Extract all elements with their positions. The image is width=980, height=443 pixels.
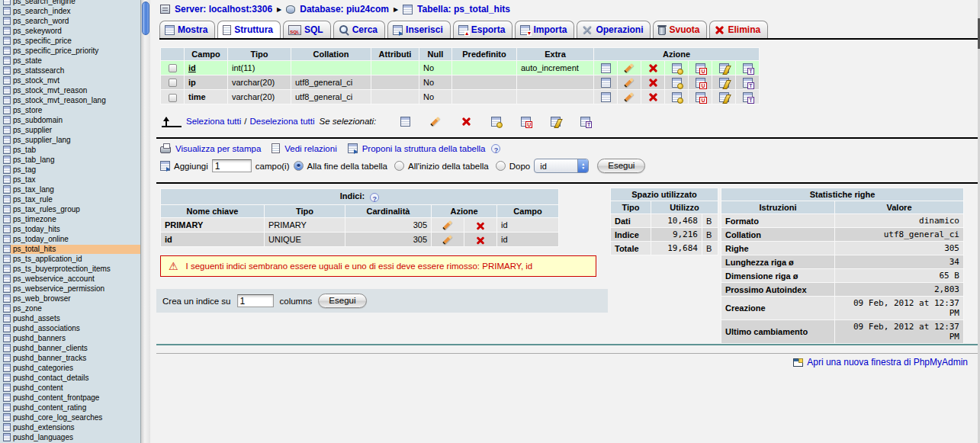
field-name[interactable]: ip xyxy=(188,78,196,87)
create-index-submit-button[interactable]: Esegui xyxy=(318,294,366,308)
row-checkbox[interactable] xyxy=(169,64,177,72)
drop-icon[interactable] xyxy=(461,117,471,127)
sidebar-item-ps_tab[interactable]: ps_tab xyxy=(0,145,140,155)
add-field-submit-button[interactable]: Esegui xyxy=(597,159,645,173)
tab-importa[interactable]: Importa xyxy=(515,21,574,38)
fulltext-icon[interactable] xyxy=(743,92,753,102)
primary-icon[interactable] xyxy=(672,92,682,102)
browse-icon[interactable] xyxy=(601,78,611,88)
sidebar-item-ps_tax_lang[interactable]: ps_tax_lang xyxy=(0,185,140,194)
unique-icon[interactable] xyxy=(696,92,705,102)
sidebar-item-ps_tag[interactable]: ps_tag xyxy=(0,165,140,175)
unique-icon[interactable] xyxy=(696,78,705,88)
sidebar-item-ps_sekeyword[interactable]: ps_sekeyword xyxy=(0,26,140,36)
sidebar-item-ps_store[interactable]: ps_store xyxy=(0,105,140,115)
tab-svuota[interactable]: Svuota xyxy=(653,21,707,38)
index-icon[interactable] xyxy=(719,92,729,102)
breadcrumb-table[interactable]: Tabella: ps_total_hits xyxy=(417,4,510,14)
radio-at-begin[interactable] xyxy=(394,161,404,171)
sidebar-item-pushd_banner_clients[interactable]: pushd_banner_clients xyxy=(0,343,140,353)
sidebar-item-pushd_banner_tracks[interactable]: pushd_banner_tracks xyxy=(0,353,140,363)
drop-icon[interactable] xyxy=(648,92,658,102)
field-name[interactable]: time xyxy=(188,92,206,101)
change-icon[interactable] xyxy=(442,234,454,245)
sidebar-item-pushd_associations[interactable]: pushd_associations xyxy=(0,323,140,333)
sidebar-item-ps_subdomain[interactable]: ps_subdomain xyxy=(0,115,140,125)
sidebar-item-ps_webservice_permission[interactable]: ps_webservice_permission xyxy=(0,284,140,294)
propose-structure-link[interactable]: Proponi la struttura della tabella xyxy=(362,144,486,153)
tab-operazioni[interactable]: Operazioni xyxy=(577,21,651,38)
change-icon[interactable] xyxy=(442,220,454,230)
sidebar-item-ps_search_index[interactable]: ps_search_index xyxy=(0,6,140,16)
browse-icon[interactable] xyxy=(601,63,611,73)
sidebar-item-pushd_languages[interactable]: pushd_languages xyxy=(0,432,140,442)
radio-after-label[interactable]: Dopo xyxy=(509,162,531,171)
browse-icon[interactable] xyxy=(601,92,611,102)
sidebar-item-ps_stock_mvt[interactable]: ps_stock_mvt xyxy=(0,75,140,85)
tab-esporta[interactable]: Esporta xyxy=(453,21,513,38)
sidebar-item-ps_ts_application_id[interactable]: ps_ts_application_id xyxy=(0,254,140,264)
sidebar-item-ps_tax[interactable]: ps_tax xyxy=(0,175,140,185)
sidebar-item-ps_search_engine[interactable]: ps_search_engine xyxy=(0,0,140,6)
print-view-link[interactable]: Visualizza per stampa xyxy=(175,144,261,153)
fulltext-icon[interactable] xyxy=(743,63,753,73)
sidebar-item-ps_specific_price_priority[interactable]: ps_specific_price_priority xyxy=(0,46,140,56)
radio-at-end[interactable] xyxy=(294,161,304,171)
row-checkbox[interactable] xyxy=(169,79,177,87)
new-window-link[interactable]: Apri una nuova finestra di PhpMyAdmin xyxy=(807,357,968,368)
index-icon[interactable] xyxy=(551,117,561,127)
sidebar-item-ps_supplier_lang[interactable]: ps_supplier_lang xyxy=(0,135,140,145)
sidebar-item-pushd_content[interactable]: pushd_content xyxy=(0,383,140,393)
radio-at-end-label[interactable]: Alla fine della tabella xyxy=(307,162,388,171)
browse-icon[interactable] xyxy=(400,117,410,127)
sidebar-item-ps_tax_rule[interactable]: ps_tax_rule xyxy=(0,194,140,204)
radio-at-begin-label[interactable]: All'inizio della tabella xyxy=(408,162,489,171)
drop-icon[interactable] xyxy=(476,221,485,230)
primary-icon[interactable] xyxy=(672,78,682,88)
sidebar-item-ps_today_hits[interactable]: ps_today_hits xyxy=(0,224,140,234)
sidebar-item-ps_tax_rules_group[interactable]: ps_tax_rules_group xyxy=(0,204,140,214)
tab-inserisci[interactable]: Inserisci xyxy=(387,21,451,38)
sidebar-item-ps_statssearch[interactable]: ps_statssearch xyxy=(0,66,140,75)
sidebar-item-pushd_assets[interactable]: pushd_assets xyxy=(0,313,140,323)
change-icon[interactable] xyxy=(430,116,442,127)
change-icon[interactable] xyxy=(624,91,635,102)
after-field-select[interactable]: id ▲▼ xyxy=(534,159,589,173)
sidebar-item-ps_stock_mvt_reason[interactable]: ps_stock_mvt_reason xyxy=(0,85,140,95)
sidebar-item-ps_ts_buyerprotection_items[interactable]: ps_ts_buyerprotection_items xyxy=(0,264,140,274)
drop-icon[interactable] xyxy=(648,78,658,88)
sidebar-item-ps_state[interactable]: ps_state xyxy=(0,56,140,66)
sidebar-item-pushd_categories[interactable]: pushd_categories xyxy=(0,363,140,373)
sidebar-item-pushd_extensions[interactable]: pushd_extensions xyxy=(0,422,140,432)
sidebar-item-ps_webservice_account[interactable]: ps_webservice_account xyxy=(0,274,140,284)
sidebar-item-ps_web_browser[interactable]: ps_web_browser xyxy=(0,294,140,303)
unique-icon[interactable] xyxy=(521,117,531,127)
deselect-all-link[interactable]: Deseleziona tutti xyxy=(249,117,314,126)
tab-struttura[interactable]: Struttura xyxy=(217,21,281,38)
row-checkbox[interactable] xyxy=(169,94,177,102)
change-icon[interactable] xyxy=(624,77,635,88)
sidebar-item-ps_zone[interactable]: ps_zone xyxy=(0,303,140,313)
sidebar-item-pushd_content_frontpage[interactable]: pushd_content_frontpage xyxy=(0,393,140,403)
sidebar-item-ps_search_word[interactable]: ps_search_word xyxy=(0,16,140,26)
sidebar-item-pushd_core_log_searches[interactable]: pushd_core_log_searches xyxy=(0,413,140,422)
sidebar-item-pushd_banners[interactable]: pushd_banners xyxy=(0,333,140,343)
sidebar-scrollbar-thumb[interactable] xyxy=(142,2,149,35)
sidebar-item-pushd_content_rating[interactable]: pushd_content_rating xyxy=(0,403,140,413)
help-icon[interactable] xyxy=(491,144,500,153)
add-field-count-input[interactable] xyxy=(212,159,252,172)
relations-link[interactable]: Vedi relazioni xyxy=(284,144,336,153)
sidebar-item-ps_timezone[interactable]: ps_timezone xyxy=(0,214,140,224)
drop-icon[interactable] xyxy=(648,63,658,73)
tab-mostra[interactable]: Mostra xyxy=(159,21,215,38)
sidebar-item-ps_stock_mvt_reason_lang[interactable]: ps_stock_mvt_reason_lang xyxy=(0,95,140,105)
sidebar-item-ps_tab_lang[interactable]: ps_tab_lang xyxy=(0,155,140,165)
fulltext-icon[interactable] xyxy=(580,117,590,127)
select-all-link[interactable]: Seleziona tutti xyxy=(186,117,241,126)
fulltext-icon[interactable] xyxy=(743,78,753,88)
radio-after[interactable] xyxy=(496,161,506,171)
sidebar-item-pushd_contact_details[interactable]: pushd_contact_details xyxy=(0,373,140,383)
change-icon[interactable] xyxy=(624,63,635,73)
tab-elimina[interactable]: Elimina xyxy=(709,21,768,38)
breadcrumb-database[interactable]: Database: piu24com xyxy=(300,4,389,14)
